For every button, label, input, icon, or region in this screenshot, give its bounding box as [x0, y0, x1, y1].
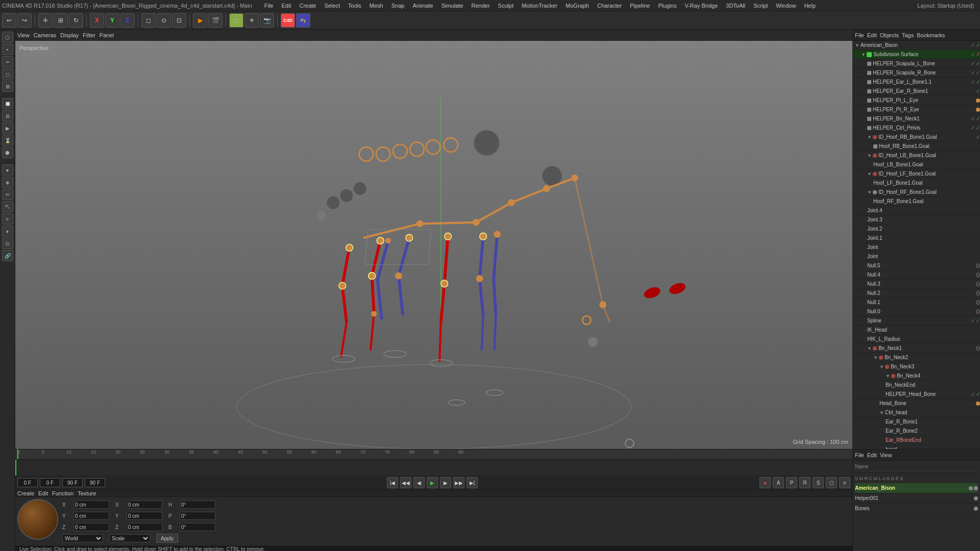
- om-bookmarks[interactable]: Bookmarks: [917, 32, 945, 38]
- list-item[interactable]: Joint.1: [853, 234, 980, 243]
- attr-z-input[interactable]: [74, 523, 109, 531]
- tl-record[interactable]: ●: [760, 477, 771, 488]
- sidebar-mode-poly[interactable]: ◻: [2, 68, 13, 80]
- list-item[interactable]: ▼ Ctrl_head: [853, 408, 980, 417]
- list-item[interactable]: Hoof_RB_Bone1.Goal: [853, 142, 980, 151]
- list-item[interactable]: Joint: [853, 243, 980, 252]
- menu-window[interactable]: Window: [772, 2, 800, 10]
- list-item[interactable]: Bn_NeckEnd: [853, 381, 980, 390]
- list-item[interactable]: IK_Head: [853, 325, 980, 335]
- list-item[interactable]: Null.4 ⟨⟩: [853, 270, 980, 280]
- list-item[interactable]: Null.0 ⟨⟩: [853, 307, 980, 316]
- tl-prev-key[interactable]: ◀◀: [400, 477, 411, 488]
- list-item[interactable]: HELPER_Pt_L_Eye: [853, 96, 980, 105]
- menu-3dtoall[interactable]: 3DToAll: [722, 2, 749, 10]
- om-subdivision-surface[interactable]: ▼ Subdivision Surface ✓ ✗: [853, 50, 980, 59]
- attr-b-input[interactable]: [180, 523, 215, 531]
- sidebar-sculpt[interactable]: ⛏: [2, 201, 13, 212]
- list-item[interactable]: Hoof_LF_Bone1.Goal: [853, 179, 980, 188]
- sidebar-grid[interactable]: ⊞: [2, 110, 13, 121]
- list-item[interactable]: Null.5 ⟨⟩: [853, 261, 980, 270]
- render-btn[interactable]: ▶: [193, 13, 207, 28]
- tl-key-all[interactable]: ⬡: [826, 477, 837, 488]
- pp-helper001[interactable]: Helper001: [855, 493, 978, 504]
- select-tool[interactable]: ◻: [141, 13, 156, 28]
- cube-btn[interactable]: □: [229, 13, 243, 28]
- sidebar-mode-points[interactable]: •: [2, 44, 13, 55]
- vp-panel-menu[interactable]: Panel: [100, 32, 114, 38]
- menu-select[interactable]: Select: [321, 2, 345, 10]
- list-item[interactable]: ▼ Bn_Neck3: [853, 362, 980, 371]
- box-select[interactable]: ⊡: [172, 13, 186, 28]
- frame-end2-input[interactable]: [85, 478, 105, 487]
- sidebar-motion[interactable]: ⌛: [2, 135, 13, 146]
- frame-current-input[interactable]: [40, 478, 60, 487]
- list-item[interactable]: HELPER_Head_Bone ✓✓: [853, 390, 980, 399]
- scale-tool[interactable]: ⊞: [54, 13, 68, 28]
- list-item[interactable]: Null.3 ⟨⟩: [853, 280, 980, 289]
- menu-character[interactable]: Character: [593, 2, 626, 10]
- menu-edit[interactable]: Edit: [278, 2, 296, 10]
- menu-script[interactable]: Script: [749, 2, 772, 10]
- list-item[interactable]: ▼ ID_Hoof_LF_Bone1.Goal: [853, 169, 980, 179]
- menu-vray[interactable]: V-Ray Bridge: [680, 2, 722, 10]
- sidebar-3d[interactable]: ⬢: [2, 147, 13, 158]
- mat-edit[interactable]: Edit: [38, 490, 48, 496]
- tl-last-frame[interactable]: ▶|: [467, 477, 478, 488]
- list-item[interactable]: HELPER_Ctrl_Pelvis ✓✓: [853, 123, 980, 133]
- list-item[interactable]: Hoof_RF_Bone1.Goal: [853, 197, 980, 206]
- y-axis-btn[interactable]: Y: [105, 13, 119, 28]
- vp-display-menu[interactable]: Display: [60, 32, 79, 38]
- list-item[interactable]: HELPER_Scapula_R_Bone ✓✓: [853, 68, 980, 78]
- list-item[interactable]: Joint.3: [853, 215, 980, 224]
- menu-pipeline[interactable]: Pipeline: [626, 2, 654, 10]
- mat-create[interactable]: Create: [17, 490, 34, 496]
- menu-mesh[interactable]: Mesh: [365, 2, 387, 10]
- list-item[interactable]: ▼ ID_Hoof_RB_Bone1.Goal ✓: [853, 133, 980, 142]
- mat-function[interactable]: Function: [52, 490, 74, 496]
- attr-y-input[interactable]: [74, 512, 109, 520]
- sidebar-mode-edges[interactable]: ━: [2, 56, 13, 67]
- sidebar-layer[interactable]: ≡: [2, 213, 13, 224]
- menu-animate[interactable]: Animate: [408, 2, 437, 10]
- pp-view[interactable]: View: [880, 452, 892, 458]
- render-view[interactable]: 🎬: [208, 13, 223, 28]
- vp-cameras-menu[interactable]: Cameras: [34, 32, 57, 38]
- frame-end-input[interactable]: [62, 478, 83, 487]
- list-item[interactable]: ▼ Bn_Neck1 ⟨⟩: [853, 344, 980, 353]
- menu-simulate[interactable]: Simulate: [437, 2, 468, 10]
- tl-rot-key[interactable]: R: [799, 477, 811, 488]
- attr-x2-input[interactable]: [127, 500, 162, 509]
- cam-btn[interactable]: 📷: [260, 13, 274, 28]
- attr-h-input[interactable]: [180, 500, 215, 509]
- list-item[interactable]: HELPER_Ear_R_Bone1 ✓: [853, 87, 980, 96]
- attr-x-input[interactable]: [74, 500, 109, 509]
- light-btn[interactable]: ☀: [244, 13, 259, 28]
- pp-american-bison[interactable]: American_Bison: [855, 483, 978, 493]
- om-head-label[interactable]: head: [853, 445, 980, 449]
- menu-help[interactable]: Help: [800, 2, 820, 10]
- list-item[interactable]: Null.2 ⟨⟩: [853, 289, 980, 298]
- tl-next-frame[interactable]: ▶: [440, 477, 451, 488]
- menu-mograph[interactable]: MoGraph: [561, 2, 593, 10]
- list-item[interactable]: ▼ Bn_Neck4: [853, 371, 980, 381]
- z-axis-btn[interactable]: Z: [120, 13, 135, 28]
- attr-scale-dropdown[interactable]: Scale: [109, 534, 150, 542]
- frame-start-input[interactable]: [17, 478, 38, 487]
- undo-btn[interactable]: ↩: [2, 13, 16, 28]
- om-edit[interactable]: Edit: [867, 32, 877, 38]
- live-select[interactable]: ⊙: [157, 13, 171, 28]
- timeline-playhead[interactable]: [17, 449, 18, 459]
- om-objects[interactable]: Objects: [880, 32, 899, 38]
- om-file[interactable]: File: [855, 32, 864, 38]
- list-item[interactable]: HIK_L_Radius: [853, 335, 980, 344]
- sidebar-anim[interactable]: ▶: [2, 122, 13, 134]
- pp-edit[interactable]: Edit: [867, 452, 877, 458]
- menu-sculpt[interactable]: Sculpt: [494, 2, 518, 10]
- list-item[interactable]: Ear_RBoneEnd: [853, 436, 980, 445]
- list-item[interactable]: HELPER_Ear_L_Bone1.1 ✓✓: [853, 78, 980, 87]
- list-item[interactable]: ▼ ID_Hoof_RF_Bone1.Goal: [853, 188, 980, 197]
- menu-snap[interactable]: Snap: [387, 2, 409, 10]
- tl-play[interactable]: ▶: [427, 477, 438, 488]
- tl-next-key[interactable]: ▶▶: [453, 477, 464, 488]
